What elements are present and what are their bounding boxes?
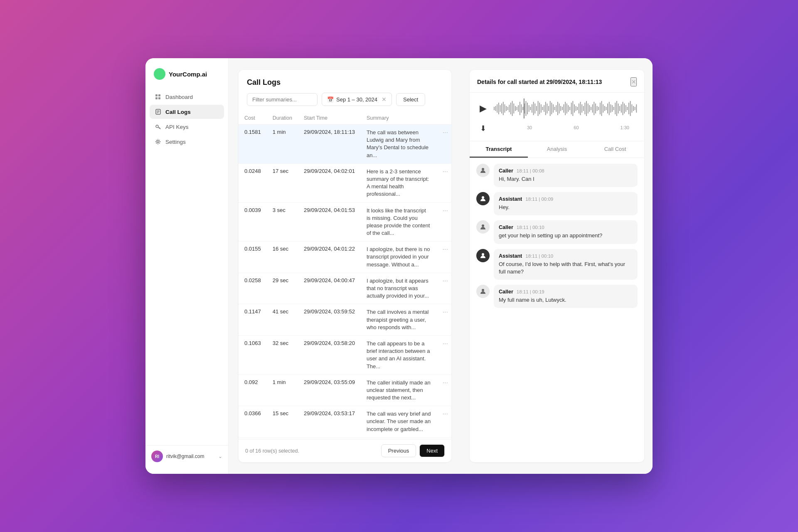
date-range-label: Sep 1 – 30, 2024: [336, 96, 377, 103]
svg-rect-13: [495, 106, 496, 111]
table-row[interactable]: 0.0366 15 sec 29/09/2024, 03:53:17 The c…: [239, 406, 451, 438]
svg-rect-44: [542, 107, 543, 110]
svg-rect-56: [560, 106, 561, 111]
table-row[interactable]: 0.1581 1 min 29/09/2024, 18:11:13 The ca…: [239, 125, 451, 164]
time-marker-90: 1:30: [621, 125, 629, 130]
table-row[interactable]: 0.0248 17 sec 29/09/2024, 04:02:01 Here …: [239, 163, 451, 202]
details-card: Details for call started at 29/09/2024, …: [470, 70, 644, 462]
message-role: Caller: [499, 168, 513, 174]
sidebar-label-api-keys: API Keys: [165, 124, 189, 130]
row-menu-button[interactable]: ···: [437, 241, 451, 273]
select-button[interactable]: Select: [396, 93, 425, 106]
svg-rect-19: [504, 104, 505, 113]
tab-bar: Transcript Analysis Call Cost: [470, 141, 644, 158]
message-text: Hey.: [499, 204, 633, 211]
cell-start-time: 29/09/2024, 04:01:53: [298, 202, 361, 241]
svg-rect-93: [616, 101, 617, 116]
table-row[interactable]: 0.092 1 min 29/09/2024, 03:55:09 The cal…: [239, 374, 451, 406]
table-row[interactable]: 0.0258 29 sec 29/09/2024, 04:00:47 I apo…: [239, 273, 451, 304]
message-avatar: [476, 249, 490, 262]
svg-rect-73: [586, 101, 587, 116]
previous-button[interactable]: Previous: [381, 444, 416, 457]
sidebar-label-dashboard: Dashboard: [165, 94, 193, 100]
svg-rect-64: [572, 101, 573, 116]
svg-rect-37: [532, 104, 532, 113]
row-menu-button[interactable]: ···: [437, 202, 451, 241]
cell-duration: 29 sec: [267, 273, 298, 304]
table-row[interactable]: 0.1063 32 sec 29/09/2024, 03:58:20 The c…: [239, 335, 451, 374]
waveform[interactable]: [494, 99, 638, 118]
date-picker[interactable]: 📅 Sep 1 – 30, 2024 ✕: [322, 93, 392, 106]
message-content: Caller 18:11 | 00:10 get your help in se…: [494, 220, 638, 244]
svg-rect-103: [631, 104, 632, 113]
message-role: Assistant: [499, 253, 522, 259]
svg-rect-94: [618, 103, 619, 113]
svg-rect-28: [518, 105, 519, 112]
row-menu-button[interactable]: ···: [437, 304, 451, 336]
table-row[interactable]: 0.1147 41 sec 29/09/2024, 03:59:52 The c…: [239, 304, 451, 336]
details-title: Details for call started at 29/09/2024, …: [477, 79, 602, 85]
message-header: Caller 18:11 | 00:08: [499, 168, 633, 174]
row-menu-button[interactable]: ···: [437, 374, 451, 406]
cell-start-time: 29/09/2024, 18:11:13: [298, 125, 361, 164]
time-markers: 30 60 1:30: [494, 125, 638, 130]
col-duration: Duration: [267, 112, 298, 125]
date-clear-icon[interactable]: ✕: [382, 96, 387, 103]
sidebar-item-api-keys[interactable]: API Keys: [150, 120, 224, 134]
svg-rect-30: [521, 104, 522, 113]
svg-rect-90: [612, 105, 613, 112]
next-button[interactable]: Next: [419, 444, 445, 457]
play-button[interactable]: ▶: [476, 102, 490, 115]
download-button[interactable]: ⬇: [476, 122, 490, 135]
pagination: Previous Next: [381, 444, 445, 457]
table-row[interactable]: 0.0039 3 sec 29/09/2024, 04:01:53 It loo…: [239, 202, 451, 241]
tab-analysis[interactable]: Analysis: [528, 141, 586, 158]
cell-summary: Here is a 2-3 sentence summary of the tr…: [361, 163, 437, 202]
filter-input[interactable]: [247, 93, 318, 106]
svg-rect-25: [513, 103, 514, 113]
sidebar-item-call-logs[interactable]: Call Logs: [150, 105, 224, 119]
cell-cost: 0.0366: [239, 406, 267, 438]
cell-start-time: 29/09/2024, 03:55:09: [298, 374, 361, 406]
cell-summary: The caller initially made an unclear sta…: [361, 374, 437, 406]
svg-rect-72: [585, 103, 586, 114]
svg-rect-60: [566, 103, 567, 113]
svg-rect-27: [517, 107, 517, 110]
table-container: Cost Duration Start Time Summary 0.1581 …: [239, 112, 451, 439]
logo-icon: [154, 68, 165, 80]
svg-rect-106: [636, 104, 637, 113]
col-start-time: Start Time: [298, 112, 361, 125]
close-button[interactable]: ×: [631, 77, 637, 86]
svg-rect-98: [624, 103, 625, 113]
message-text: Of course, I'd love to help with that. F…: [499, 261, 633, 276]
panel-header: Call Logs 📅 Sep 1 – 30, 2024 ✕ Select: [239, 70, 451, 112]
cell-duration: 3 sec: [267, 202, 298, 241]
cell-summary: The call involves a mental therapist gre…: [361, 304, 437, 336]
sidebar-item-dashboard[interactable]: Dashboard: [150, 90, 224, 104]
row-menu-button[interactable]: ···: [437, 125, 451, 164]
message-role: Assistant: [499, 196, 522, 202]
message-time: 18:11 | 00:10: [517, 225, 544, 230]
svg-rect-88: [609, 102, 610, 115]
audio-player: ▶: [470, 93, 644, 141]
user-profile[interactable]: RI ritvik@gmail.com ⌄: [145, 445, 228, 467]
row-menu-button[interactable]: ···: [437, 406, 451, 438]
col-cost: Cost: [239, 112, 267, 125]
message-text: get your help in setting up an appointme…: [499, 232, 633, 239]
svg-rect-83: [601, 101, 602, 116]
time-marker-60: 60: [574, 125, 579, 130]
svg-point-111: [482, 253, 484, 256]
cell-cost: 0.1147: [239, 304, 267, 336]
sidebar-item-settings[interactable]: Settings: [150, 135, 224, 149]
svg-rect-79: [595, 103, 596, 113]
tab-transcript[interactable]: Transcript: [470, 141, 528, 158]
cell-summary: It looks like the transcript is missing.…: [361, 202, 437, 241]
svg-rect-62: [569, 107, 570, 110]
row-menu-button[interactable]: ···: [437, 335, 451, 374]
table-row[interactable]: 0.0155 16 sec 29/09/2024, 04:01:22 I apo…: [239, 241, 451, 273]
tab-call-cost[interactable]: Call Cost: [586, 141, 644, 158]
row-menu-button[interactable]: ···: [437, 273, 451, 304]
message-avatar: [476, 192, 490, 205]
row-menu-button[interactable]: ···: [437, 163, 451, 202]
svg-rect-3: [158, 97, 160, 99]
